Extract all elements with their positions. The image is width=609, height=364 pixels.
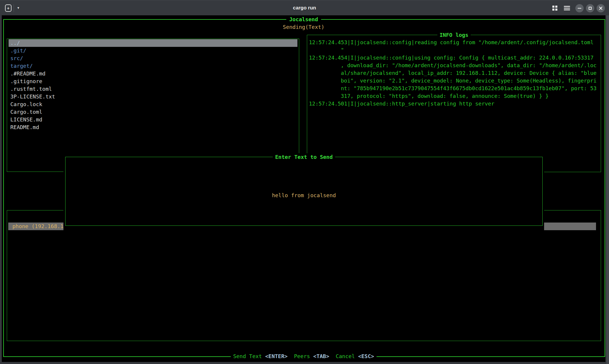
file-row[interactable]: .git/	[9, 47, 297, 55]
text-input-value[interactable]: hello from jocalsend	[66, 192, 542, 199]
file-row[interactable]: Cargo.lock	[9, 101, 297, 108]
keybind-label: Send Text	[233, 353, 262, 359]
log-line: nt: "785b947190e2b51c7379047554f43f6675d…	[307, 85, 600, 92]
maximize-button[interactable]	[586, 4, 594, 12]
minimize-button[interactable]	[575, 4, 584, 12]
file-row[interactable]: .#README.md	[9, 70, 297, 78]
log-line: al/share/jocalsend", local_ip_addr: 192.…	[307, 69, 600, 77]
file-row[interactable]: Cargo.toml	[9, 108, 297, 116]
keybind-key: <TAB>	[313, 353, 329, 359]
file-row[interactable]: .gitignore	[9, 78, 297, 85]
keybind-send: Send Text<ENTER>	[233, 353, 287, 360]
log-line: "	[307, 46, 600, 54]
app-title: Jocalsend	[286, 16, 321, 23]
keybind-label: Peers	[294, 353, 310, 359]
log-line: 12:57:24.453|I|jocalsend::config|reading…	[307, 39, 600, 46]
log-line: , download_dir: "/home/ardent/jocalsend-…	[307, 62, 600, 69]
log-line: 12:57:24.454|I|jocalsend::config|using c…	[307, 54, 600, 62]
file-row[interactable]: 3P-LICENSE.txt	[9, 93, 297, 101]
log-line: boi", version: "2.1", device_model: None…	[307, 77, 600, 85]
file-row[interactable]: .rustfmt.toml	[9, 85, 297, 93]
file-row-parent-dir[interactable]: ../	[9, 39, 297, 47]
titlebar: + ▼ cargo run	[0, 0, 609, 15]
file-browser-panel: ../ .git/ src/ target/ .#README.md .giti…	[7, 39, 299, 172]
keybind-bar: Send Text<ENTER> Peers<TAB> Cancel<ESC>	[231, 353, 376, 360]
close-button[interactable]	[597, 4, 605, 12]
keybind-key: <ENTER>	[265, 353, 288, 359]
transfer-status: Sending(Text)	[2, 23, 605, 31]
maximize-icon	[589, 7, 592, 10]
hamburger-menu-icon[interactable]	[564, 6, 570, 10]
minimize-icon	[578, 8, 581, 9]
window-title: cargo run	[0, 0, 609, 16]
file-row[interactable]: target/	[9, 62, 297, 70]
file-row[interactable]: src/	[9, 55, 297, 62]
tab-overview-icon[interactable]	[552, 6, 557, 11]
file-list: ../ .git/ src/ target/ .#README.md .giti…	[7, 39, 299, 131]
keybind-cancel: Cancel<ESC>	[336, 353, 374, 360]
modal-title: Enter Text to Send	[273, 153, 335, 161]
terminal-screen: Jocalsend Sending(Text) ../ .git/ src/ t…	[2, 15, 605, 362]
info-logs-panel: INFO logs 12:57:24.453|I|jocalsend::conf…	[307, 35, 601, 172]
info-logs-title: INFO logs	[437, 31, 471, 39]
keybind-key: <ESC>	[358, 353, 374, 359]
terminal-scrollbar[interactable]	[606, 15, 609, 364]
log-list: 12:57:24.453|I|jocalsend::config|reading…	[307, 39, 600, 108]
keybind-label: Cancel	[336, 353, 355, 359]
file-row[interactable]: LICENSE.md	[9, 116, 297, 123]
log-line: 317, protocol: "https", download: false,…	[307, 92, 600, 100]
text-input-modal[interactable]: Enter Text to Send hello from jocalsend	[65, 157, 543, 226]
keybind-peers: Peers<TAB>	[294, 353, 329, 360]
file-row[interactable]: README.md	[9, 123, 297, 131]
log-line: 12:57:24.501|I|jocalsend::http_server|st…	[307, 100, 600, 108]
